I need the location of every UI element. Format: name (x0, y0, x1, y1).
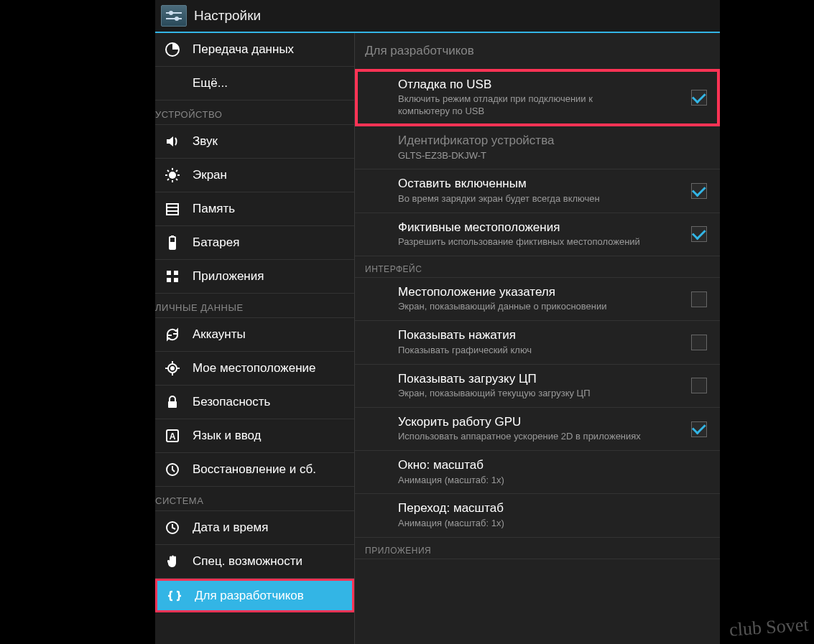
svg-rect-30 (168, 401, 177, 408)
sidebar-item-data[interactable]: Передача данных (155, 33, 354, 67)
clock-icon (162, 518, 182, 538)
sidebar-section-personal: ЛИЧНЫЕ ДАННЫЕ (155, 294, 354, 318)
sidebar-item-label: Ещё... (193, 76, 228, 90)
sidebar-item-label: Приложения (193, 269, 264, 284)
checkbox[interactable] (691, 90, 707, 106)
svg-point-3 (175, 17, 179, 21)
pref-transition-scale[interactable]: Переход: масштаб Анимация (масштаб: 1x) (355, 494, 720, 537)
sidebar-item-language[interactable]: A Язык и ввод (155, 419, 354, 453)
sidebar-item-label: Экран (193, 168, 227, 182)
sidebar-item-developer[interactable]: Для разработчиков (155, 579, 354, 612)
sidebar-item-label: Безопасность (193, 395, 270, 409)
sidebar-item-accessibility[interactable]: Спец. возможности (155, 545, 354, 579)
pref-stay-awake[interactable]: Оставить включенным Во время зарядки экр… (355, 169, 720, 213)
pref-summary: Анимация (масштаб: 1x) (398, 475, 642, 487)
pref-summary: Использовать аппаратное ускорение 2D в п… (398, 431, 642, 443)
checkbox[interactable] (691, 291, 707, 307)
pref-usb-debugging[interactable]: Отладка по USB Включить режим отладки пр… (355, 69, 720, 126)
sidebar-item-label: Дата и время (193, 521, 268, 535)
sidebar-item-apps[interactable]: Приложения (155, 260, 354, 294)
sidebar-item-label: Память (193, 202, 235, 216)
svg-rect-19 (170, 242, 175, 248)
svg-line-10 (167, 170, 169, 172)
svg-text:A: A (170, 431, 176, 442)
svg-line-11 (176, 179, 177, 180)
detail-pane: Для разработчиков Отладка по USB Включит… (355, 33, 720, 644)
location-icon (162, 358, 182, 378)
svg-line-13 (176, 170, 177, 172)
sidebar-section-system: СИСТЕМА (155, 487, 354, 511)
storage-icon (162, 199, 182, 219)
section-interface: ИНТЕРФЕЙС (355, 256, 720, 278)
pref-title: Переход: масштаб (398, 501, 710, 515)
svg-point-25 (171, 367, 174, 370)
sidebar-section-device: УСТРОЙСТВО (155, 101, 354, 125)
svg-rect-20 (167, 271, 171, 275)
pref-window-scale[interactable]: Окно: масштаб Анимация (масштаб: 1x) (355, 451, 720, 494)
svg-line-12 (167, 179, 169, 180)
svg-rect-23 (174, 278, 178, 282)
svg-rect-22 (167, 278, 171, 282)
display-icon (162, 165, 182, 185)
pref-title: Окно: масштаб (398, 458, 710, 472)
pref-device-id[interactable]: Идентификатор устройства GLTS-EZ3B-DKJW-… (355, 126, 720, 169)
sidebar-item-label: Восстановление и сб. (193, 462, 316, 477)
pref-summary: Экран, показывающий данные о прикосновен… (398, 301, 642, 313)
sidebar-item-label: Язык и ввод (193, 429, 262, 443)
pref-title: Ускорить работу GPU (398, 415, 683, 429)
pref-summary: Показывать графический ключ (398, 345, 642, 357)
checkbox[interactable] (691, 421, 707, 437)
svg-rect-16 (167, 211, 178, 215)
pref-title: Идентификатор устройства (398, 134, 710, 148)
svg-rect-21 (174, 271, 178, 275)
pref-title: Показывать загрузку ЦП (398, 372, 683, 386)
sidebar-item-battery[interactable]: Батарея (155, 226, 354, 260)
sound-icon (162, 131, 182, 151)
sync-icon (162, 325, 182, 345)
pref-summary: Экран, показывающий текущую загрузку ЦП (398, 388, 642, 400)
pref-title: Фиктивные местоположения (398, 220, 683, 235)
settings-icon (161, 5, 187, 27)
pref-title: Местоположение указателя (398, 285, 683, 299)
app-title: Настройки (194, 8, 261, 24)
settings-sidebar: Передача данных Ещё... УСТРОЙСТВО Звук Э… (155, 33, 355, 644)
pref-cpu-usage[interactable]: Показывать загрузку ЦП Экран, показывающ… (355, 365, 720, 408)
checkbox[interactable] (691, 183, 707, 199)
pref-pointer-location[interactable]: Местоположение указателя Экран, показыва… (355, 278, 720, 321)
sidebar-item-label: Батарея (193, 235, 239, 250)
sidebar-item-storage[interactable]: Память (155, 192, 354, 226)
pref-title: Отладка по USB (398, 78, 683, 92)
pref-summary: Разрешить использование фиктивных местоп… (398, 236, 642, 248)
sidebar-item-label: Аккаунты (193, 327, 246, 342)
sidebar-item-more[interactable]: Ещё... (155, 67, 354, 101)
battery-icon (162, 233, 182, 253)
backup-icon (162, 459, 182, 480)
sidebar-item-accounts[interactable]: Аккаунты (155, 318, 354, 352)
hand-icon (162, 551, 182, 571)
sidebar-item-location[interactable]: Мое местоположение (155, 352, 354, 386)
sidebar-item-label: Передача данных (193, 42, 294, 57)
sidebar-item-label: Для разработчиков (195, 589, 304, 603)
pref-summary: Включить режим отладки при подключении к… (398, 93, 642, 118)
pref-mock-locations[interactable]: Фиктивные местоположения Разрешить испол… (355, 213, 720, 256)
developer-icon (165, 586, 185, 606)
pref-title: Показывать нажатия (398, 328, 683, 342)
watermark: club Sovet (729, 614, 809, 641)
checkbox[interactable] (691, 335, 707, 350)
pref-force-gpu[interactable]: Ускорить работу GPU Использовать аппарат… (355, 408, 720, 451)
sidebar-item-display[interactable]: Экран (155, 159, 354, 192)
data-usage-icon (162, 39, 182, 60)
checkbox[interactable] (691, 378, 707, 393)
checkbox[interactable] (691, 226, 707, 242)
svg-point-5 (169, 172, 176, 179)
sidebar-item-label: Спец. возможности (193, 554, 302, 569)
sidebar-item-label: Звук (193, 134, 218, 149)
pref-summary: GLTS-EZ3B-DKJW-T (398, 150, 642, 162)
sidebar-item-security[interactable]: Безопасность (155, 386, 354, 419)
sidebar-item-backup[interactable]: Восстановление и сб. (155, 453, 354, 487)
sidebar-item-sound[interactable]: Звук (155, 125, 354, 159)
sidebar-item-datetime[interactable]: Дата и время (155, 511, 354, 545)
detail-title: Для разработчиков (355, 33, 720, 69)
svg-point-1 (169, 11, 173, 15)
pref-show-touches[interactable]: Показывать нажатия Показывать графически… (355, 321, 720, 364)
